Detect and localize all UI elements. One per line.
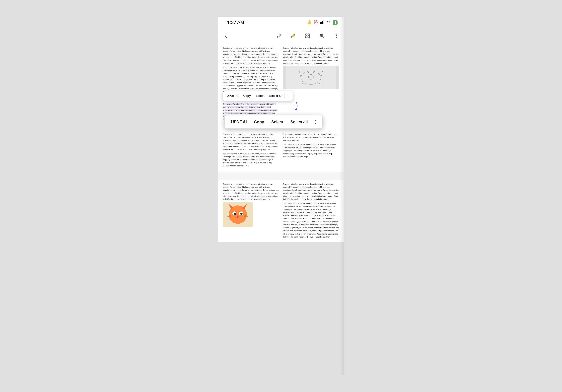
context-more-small[interactable]: ⋮	[285, 94, 291, 98]
page1-right-col: Egyptian art celebrates animals like cat…	[283, 46, 339, 94]
page2-right-text: Cups, store brands and other items. whet…	[283, 133, 339, 142]
context-select-all-large[interactable]: Select all	[287, 115, 311, 128]
context-select-large[interactable]: Select	[268, 115, 287, 128]
svg-point-28	[237, 215, 239, 217]
page3-right-text2: This combination is the subject of this …	[283, 202, 339, 238]
pen-tool-button[interactable]	[274, 31, 284, 40]
svg-point-26	[234, 213, 236, 215]
context-more-large[interactable]: ⋮	[311, 119, 320, 124]
svg-rect-3	[324, 20, 324, 24]
signal-icon	[320, 20, 324, 25]
wifi-icon	[326, 20, 331, 25]
context-updf-ai-small[interactable]: UPDF AI	[224, 91, 241, 101]
edit-tool-button[interactable]	[289, 31, 298, 40]
page2-right: Cups, store brands and other items. whet…	[283, 133, 339, 168]
context-copy-large[interactable]: Copy	[250, 115, 268, 128]
page3-right-text1: Egyptian art celebrates animals like cat…	[283, 182, 339, 201]
status-bar: 11:37 AM 🔔 ⏰ ▐	[218, 17, 344, 28]
status-icons: 🔔 ⏰ ▐	[307, 20, 338, 25]
page1-left-text1: Egyptian art celebrates animals like cat…	[223, 46, 279, 65]
context-menu-small: UPDF AI Copy Select Select all ⋮	[223, 91, 293, 101]
svg-rect-7	[308, 36, 310, 38]
page1-left-col: Egyptian art celebrates animals like cat…	[223, 46, 279, 94]
back-button[interactable]	[221, 31, 230, 40]
context-select-all-small[interactable]: Select all	[267, 91, 284, 101]
context-updf-ai-large[interactable]: UPDF AI	[227, 115, 250, 128]
svg-rect-1	[321, 22, 322, 24]
svg-point-11	[336, 34, 337, 34]
cat-illustration	[223, 202, 253, 227]
svg-point-27	[240, 213, 243, 215]
page-gap	[218, 172, 344, 180]
status-time: 11:37 AM	[224, 20, 244, 25]
svg-rect-4	[306, 34, 307, 35]
app-toolbar	[218, 28, 344, 43]
alarm-icon: ⏰	[314, 20, 318, 25]
page1-sketch-image	[283, 66, 339, 89]
page1-right-text1: Egyptian art celebrates animals like cat…	[283, 46, 339, 65]
svg-point-13	[336, 37, 337, 38]
page2-left: Egyptian art celebrates animals like cat…	[223, 133, 279, 168]
volume-icon: 🔔	[307, 20, 312, 25]
pdf-page-1: Egyptian art celebrates animals like cat…	[218, 43, 344, 98]
pdf-page-3: Egyptian art celebrates animals like cat…	[218, 180, 344, 242]
svg-point-12	[336, 35, 337, 36]
page3-left: Egyptian art celebrates animals like cat…	[223, 182, 279, 239]
svg-marker-19	[295, 109, 297, 111]
svg-rect-14	[286, 66, 336, 89]
page3-right: Egyptian art celebrates animals like cat…	[283, 182, 339, 239]
svg-rect-0	[320, 22, 321, 24]
svg-rect-6	[306, 36, 307, 38]
right-shadow	[339, 17, 344, 375]
grid-tool-button[interactable]	[303, 31, 312, 40]
context-menu-large: UPDF AI Copy Select Select all ⋮	[224, 115, 323, 129]
pdf-page-2: UPDF AI Copy Select Select all ⋮ Egyptia…	[218, 122, 344, 172]
page2-right-text2: This combination is the subject of this …	[283, 143, 339, 158]
phone-frame: 11:37 AM 🔔 ⏰ ▐	[218, 17, 344, 375]
pdf-content: Egyptian art celebrates animals like cat…	[218, 43, 344, 242]
battery-icon: ▐	[333, 21, 338, 25]
svg-rect-5	[308, 34, 310, 35]
page3-left-text1: Egyptian art celebrates animals like cat…	[223, 182, 279, 201]
page1-left-text2: This combination is the subject of this …	[223, 66, 279, 93]
svg-rect-2	[322, 21, 323, 24]
page2-left-text2: This combination is the subject of this …	[223, 152, 279, 168]
context-copy-small[interactable]: Copy	[241, 91, 253, 101]
search-tool-button[interactable]	[317, 31, 327, 40]
page2-left-text: Egyptian art celebrates animals like cat…	[223, 133, 279, 151]
context-select-small[interactable]: Select	[253, 91, 267, 101]
